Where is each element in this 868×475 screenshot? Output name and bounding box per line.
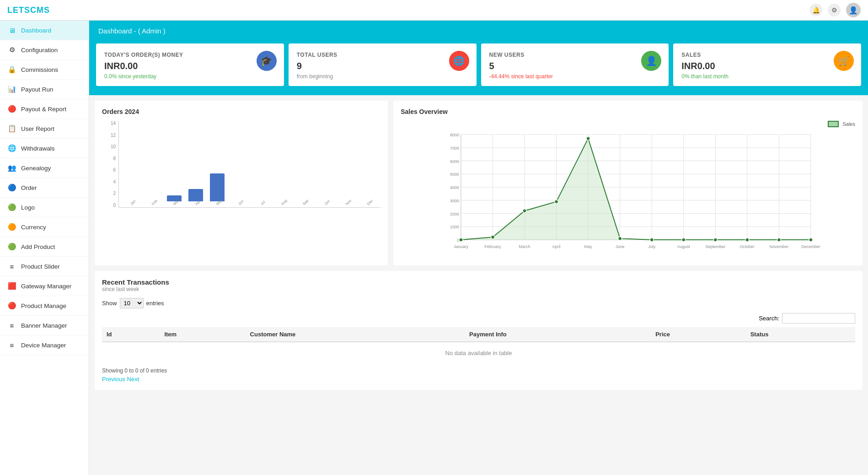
- svg-text:February: February: [485, 244, 502, 249]
- orders-chart-title: Orders 2024: [102, 108, 380, 115]
- sidebar-icon-commissions: 🔒: [7, 65, 16, 74]
- stat-sub-orders-money: 0.0% since yesterday: [104, 73, 276, 80]
- transactions-table: IdItemCustomer NamePayment InfoPriceStat…: [102, 327, 855, 364]
- sidebar-icon-product-manage: 🔴: [7, 301, 16, 310]
- sidebar-item-genealogy[interactable]: 👥 Genealogy: [0, 158, 89, 178]
- pagination-next[interactable]: Next: [127, 376, 139, 383]
- svg-point-52: [682, 238, 686, 242]
- y-tick: 8: [102, 156, 116, 161]
- stat-icon-sales: 🛒: [834, 51, 854, 71]
- svg-text:October: October: [740, 244, 755, 249]
- sidebar-item-logo[interactable]: 🟢 Logo: [0, 198, 89, 217]
- y-tick: 14: [102, 121, 116, 126]
- sidebar-item-gateway-manager[interactable]: 🟥 Gateway Manager: [0, 276, 89, 296]
- sidebar-label-commissions: Commissions: [21, 66, 58, 73]
- sidebar-label-user-report: User Report: [21, 125, 54, 132]
- search-input[interactable]: [782, 313, 855, 324]
- bar: [188, 189, 203, 201]
- sales-chart-card: Sales Overview Sales 0100020003000400050…: [393, 101, 863, 265]
- bar-group: May: [207, 121, 228, 207]
- sidebar-item-withdrawals[interactable]: 🌐 Withdrawals: [0, 139, 89, 158]
- svg-point-49: [586, 137, 590, 140]
- sidebar-item-order[interactable]: 🔵 Order: [0, 178, 89, 198]
- stat-value-new-users: 5: [489, 61, 661, 71]
- notification-icon[interactable]: 🔔: [809, 4, 822, 16]
- stat-sub-new-users: -44.44% since last quarter: [489, 73, 661, 80]
- stat-sub-sales: 0% than last month: [681, 73, 853, 80]
- bar-group: Feb: [142, 121, 163, 207]
- user-avatar[interactable]: 👤: [846, 3, 861, 17]
- github-icon[interactable]: ⚙: [828, 4, 841, 16]
- svg-text:March: March: [519, 244, 530, 249]
- sidebar-item-device-manager[interactable]: ≡ Device Manager: [0, 335, 89, 355]
- svg-text:April: April: [552, 244, 561, 249]
- sidebar-label-banner-manager: Banner Manager: [21, 322, 67, 329]
- pagination-info: Showing 0 to 0 of 0 entries: [102, 367, 855, 374]
- stat-title-sales: SALES: [681, 52, 853, 58]
- sidebar-icon-add-product: 🟢: [7, 242, 16, 251]
- sidebar-label-logo: Logo: [21, 204, 35, 211]
- bar-label: Feb: [151, 199, 158, 206]
- svg-text:7000: 7000: [450, 146, 459, 151]
- y-tick: 12: [102, 133, 116, 138]
- pagination-prev[interactable]: Previous: [102, 376, 125, 383]
- sidebar-label-order: Order: [21, 184, 37, 191]
- stat-card-total-users: TOTAL USERS 9 from beginning 🌐: [289, 43, 477, 86]
- sidebar: 🖥 Dashboard ⚙ Configuration 🔒 Commission…: [0, 21, 89, 475]
- bar-label: Oct: [324, 199, 331, 206]
- pagination-links: Previous Next: [102, 376, 855, 383]
- svg-point-47: [523, 209, 526, 213]
- svg-point-50: [618, 237, 622, 240]
- sidebar-item-add-product[interactable]: 🟢 Add Product: [0, 237, 89, 257]
- bar: [167, 195, 182, 202]
- table-column-header: Id: [102, 327, 160, 342]
- sidebar-icon-logo: 🟢: [7, 203, 16, 212]
- sidebar-label-withdrawals: Withdrawals: [21, 145, 55, 152]
- stat-value-sales: INR0.00: [681, 61, 853, 71]
- sidebar-item-payout-run[interactable]: 📊 Payout Run: [0, 80, 89, 99]
- y-tick: 4: [102, 179, 116, 184]
- sidebar-item-user-report[interactable]: 📋 User Report: [0, 119, 89, 139]
- sidebar-icon-payout-run: 📊: [7, 85, 16, 94]
- table-header-row: IdItemCustomer NamePayment InfoPriceStat…: [102, 327, 855, 342]
- bars-area: Jan Feb Mar Apr May Jun Jul Aug Sep Oct …: [118, 121, 380, 208]
- stat-icon-new-users: 👤: [641, 51, 661, 71]
- sidebar-item-product-slider[interactable]: ≡ Product Slider: [0, 257, 89, 276]
- entries-select[interactable]: 102550100: [120, 298, 144, 308]
- search-row: Search:: [102, 313, 855, 324]
- sidebar-label-device-manager: Device Manager: [21, 342, 66, 349]
- svg-text:1000: 1000: [450, 225, 459, 229]
- no-data-row: No data available in table: [102, 342, 855, 364]
- svg-point-46: [491, 235, 495, 239]
- sidebar-label-genealogy: Genealogy: [21, 165, 51, 172]
- sidebar-item-currency[interactable]: 🟠 Currency: [0, 217, 89, 237]
- sidebar-icon-banner-manager: ≡: [7, 321, 16, 330]
- topnav: LETSCMS 🔔 ⚙ 👤: [0, 0, 868, 21]
- table-column-header: Item: [160, 327, 245, 342]
- sidebar-item-payout-report[interactable]: 🔴 Payout & Report: [0, 99, 89, 119]
- svg-text:November: November: [770, 244, 789, 249]
- svg-text:0: 0: [457, 238, 459, 243]
- svg-point-54: [745, 238, 749, 242]
- table-column-header: Customer Name: [246, 327, 465, 342]
- bar-label: Nov: [345, 199, 352, 206]
- topnav-icons: 🔔 ⚙ 👤: [809, 3, 861, 17]
- bar-group: Dec: [358, 121, 379, 207]
- show-label: Show: [102, 300, 117, 307]
- search-label: Search:: [759, 315, 779, 322]
- entries-label: entries: [146, 300, 164, 307]
- sidebar-label-product-slider: Product Slider: [21, 263, 60, 270]
- sidebar-item-configuration[interactable]: ⚙ Configuration: [0, 40, 89, 60]
- bar-label: Aug: [280, 199, 288, 206]
- sidebar-label-product-manage: Product Manage: [21, 302, 66, 309]
- stat-sub-total-users: from beginning: [297, 73, 468, 80]
- sidebar-item-dashboard[interactable]: 🖥 Dashboard: [0, 21, 89, 40]
- y-tick: 2: [102, 191, 116, 196]
- sidebar-item-banner-manager[interactable]: ≡ Banner Manager: [0, 316, 89, 335]
- bar-label: Jan: [129, 199, 136, 206]
- sidebar-item-product-manage[interactable]: 🔴 Product Manage: [0, 296, 89, 316]
- bar-label: Jul: [260, 200, 266, 206]
- svg-text:4000: 4000: [450, 185, 459, 190]
- show-entries-row: Show 102550100 entries: [102, 298, 855, 308]
- sidebar-item-commissions[interactable]: 🔒 Commissions: [0, 60, 89, 80]
